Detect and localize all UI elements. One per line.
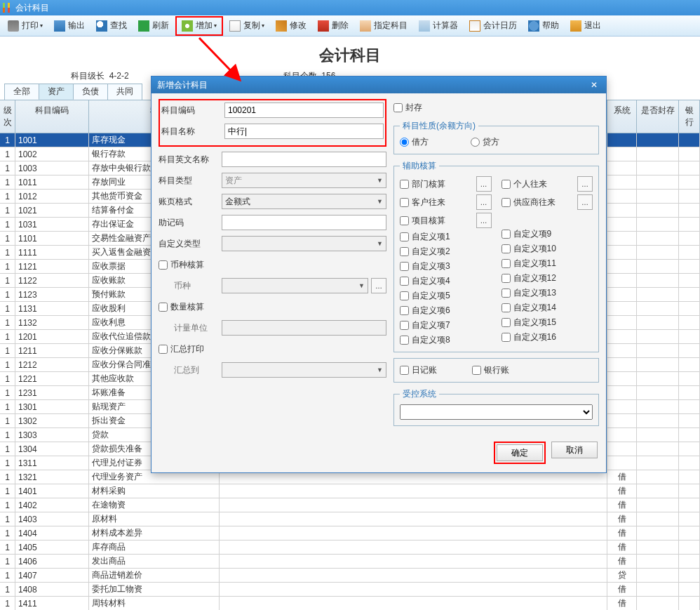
chevron-down-icon: ▼ — [377, 177, 383, 184]
col-code[interactable]: 科目编码 — [15, 100, 89, 133]
code-input[interactable] — [224, 102, 384, 118]
aux-item[interactable]: 自定义项8 — [400, 334, 492, 346]
aux-item[interactable]: 自定义项14 — [502, 302, 593, 314]
currency-label: 币种 — [174, 280, 222, 292]
table-row[interactable]: 11401材料采购借 — [0, 484, 700, 498]
mnemonic-input[interactable] — [222, 215, 386, 230]
currency-browse[interactable]: … — [371, 278, 386, 293]
find-button[interactable]: 查找 — [91, 18, 132, 34]
table-row[interactable]: 11404材料成本差异借 — [0, 526, 700, 541]
customtype-select[interactable]: ▼ — [222, 236, 386, 251]
chevron-down-icon: ▾ — [262, 22, 264, 29]
aux-item[interactable]: 个人往来… — [502, 176, 593, 192]
chevron-down-icon: ▾ — [40, 22, 43, 29]
aux-item[interactable]: 自定义项16 — [502, 331, 593, 343]
specify-button[interactable]: 指定科目 — [355, 18, 412, 34]
help-button[interactable]: 帮助 — [523, 18, 564, 34]
ok-button[interactable]: 确定 — [497, 444, 543, 461]
table-row[interactable]: 11411周转材料借 — [0, 597, 700, 610]
print-button[interactable]: 打印▾ — [3, 18, 48, 34]
aux-item[interactable]: 供应商往来… — [502, 194, 593, 210]
table-row[interactable]: 11403原材料借 — [0, 512, 700, 526]
close-icon[interactable]: ✕ — [588, 79, 600, 91]
aux-browse[interactable]: … — [577, 176, 593, 192]
tab-2[interactable]: 负债 — [73, 84, 108, 100]
type-select[interactable]: 资产▼ — [222, 173, 386, 188]
aux-item[interactable]: 自定义项1 — [400, 231, 492, 243]
qty-acct-check[interactable] — [159, 303, 168, 312]
aux-item[interactable]: 自定义项9 — [502, 228, 593, 240]
pagefmt-select[interactable]: 金额式▼ — [222, 194, 386, 209]
sumto-select[interactable]: ▼ — [222, 362, 386, 378]
aux-browse[interactable]: … — [577, 194, 593, 210]
debit-radio[interactable]: 借方 — [400, 136, 429, 148]
dialog-titlebar[interactable]: 新增会计科目 ✕ — [152, 77, 606, 93]
chevron-down-icon: ▾ — [214, 22, 217, 29]
aux-item[interactable]: 自定义项6 — [400, 305, 492, 317]
aux-item[interactable]: 自定义项3 — [400, 260, 492, 272]
aux-item[interactable]: 自定义项12 — [502, 272, 593, 284]
tab-0[interactable]: 全部 — [4, 84, 39, 100]
code-label: 科目编码 — [161, 105, 224, 117]
col-sys[interactable]: 系统 — [607, 100, 637, 133]
table-row[interactable]: 11405库存商品借 — [0, 541, 700, 555]
mnemonic-label: 助记码 — [159, 217, 222, 229]
pagefmt-label: 账页格式 — [159, 196, 222, 208]
exit-button[interactable]: 退出 — [565, 18, 606, 34]
aux-item[interactable]: 自定义项15 — [502, 317, 593, 329]
seal-check[interactable] — [393, 103, 403, 112]
add-button[interactable]: 增加▾ — [177, 18, 222, 34]
export-icon — [54, 20, 65, 32]
col-seal[interactable]: 是否封存 — [637, 100, 679, 133]
aux-item[interactable]: 自定义项7 — [400, 319, 492, 331]
aux-item[interactable]: 自定义项5 — [400, 290, 492, 302]
edit-button[interactable]: 修改 — [271, 18, 311, 34]
aux-item[interactable]: 自定义项13 — [502, 287, 593, 299]
table-row[interactable]: 11408委托加工物资借 — [0, 583, 700, 597]
aux-item[interactable]: 自定义项2 — [400, 246, 492, 258]
window-titlebar: 会计科目 — [0, 0, 700, 15]
bank-check[interactable]: 银行账 — [472, 364, 509, 376]
edit-icon — [276, 20, 287, 32]
name-input[interactable] — [224, 124, 384, 139]
cancel-button[interactable]: 取消 — [551, 442, 598, 458]
ctrlsys-fieldset: 受控系统 — [393, 388, 599, 426]
delete-button[interactable]: 删除 — [313, 18, 354, 34]
copy-button[interactable]: 复制▾ — [224, 18, 269, 34]
aux-item[interactable]: 客户往来… — [400, 194, 492, 210]
table-row[interactable]: 11407商品进销差价贷 — [0, 569, 700, 583]
code-name-highlight: 科目编码 科目名称 — [159, 99, 386, 147]
aux-browse[interactable]: … — [476, 213, 492, 228]
aux-item[interactable] — [502, 213, 593, 225]
aux-item[interactable]: 部门核算… — [400, 176, 492, 192]
calendar-button[interactable]: 会计日历 — [464, 18, 522, 34]
nature-legend: 科目性质(余额方向) — [400, 120, 478, 132]
calculator-button[interactable]: 计算器 — [414, 18, 463, 34]
chevron-down-icon: ▼ — [377, 240, 383, 247]
sumprint-check[interactable] — [159, 345, 168, 354]
col-bank[interactable]: 银行 — [679, 100, 700, 133]
aux-item[interactable]: 自定义项4 — [400, 275, 492, 287]
journal-check[interactable]: 日记账 — [400, 364, 437, 376]
aux-item[interactable]: 自定义项11 — [502, 258, 593, 270]
currency-select[interactable]: ▼ — [222, 278, 368, 293]
enname-input[interactable] — [222, 152, 386, 167]
credit-radio[interactable]: 贷方 — [471, 136, 499, 148]
aux-browse[interactable]: … — [476, 194, 492, 210]
tab-1[interactable]: 资产 — [39, 84, 74, 100]
ctrlsys-select[interactable] — [400, 404, 593, 420]
tab-3[interactable]: 共同 — [107, 84, 142, 100]
unit-input[interactable] — [222, 320, 386, 336]
aux-browse[interactable]: … — [476, 176, 492, 192]
table-row[interactable]: 11402在途物资借 — [0, 498, 700, 512]
col-level[interactable]: 级次 — [0, 100, 15, 133]
table-row[interactable]: 11406发出商品借 — [0, 555, 700, 569]
type-label: 科目类型 — [159, 175, 222, 187]
chevron-down-icon: ▼ — [358, 282, 365, 289]
aux-item[interactable]: 项目核算… — [400, 213, 492, 228]
export-button[interactable]: 输出 — [49, 18, 90, 34]
copy-icon — [229, 20, 241, 32]
refresh-button[interactable]: 刷新 — [133, 18, 174, 34]
aux-item[interactable]: 自定义项10 — [502, 243, 593, 255]
currency-acct-check[interactable] — [159, 260, 168, 270]
